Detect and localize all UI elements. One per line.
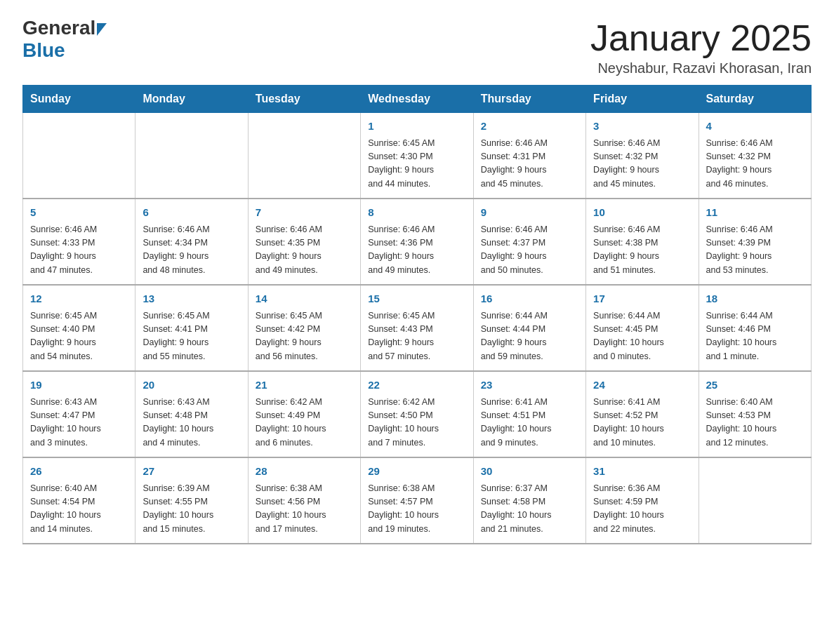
header-day-sunday: Sunday [23,86,135,113]
calendar-cell: 14Sunrise: 6:45 AMSunset: 4:42 PMDayligh… [248,285,360,371]
day-number: 13 [143,291,240,307]
calendar-cell: 21Sunrise: 6:42 AMSunset: 4:49 PMDayligh… [248,371,360,457]
calendar-cell: 7Sunrise: 6:46 AMSunset: 4:35 PMDaylight… [248,199,360,285]
calendar-week-row: 26Sunrise: 6:40 AMSunset: 4:54 PMDayligh… [23,457,812,544]
day-number: 18 [706,291,804,307]
day-number: 17 [593,291,691,307]
day-info: Sunrise: 6:45 AMSunset: 4:40 PMDaylight:… [30,309,128,364]
day-info: Sunrise: 6:39 AMSunset: 4:55 PMDaylight:… [143,482,240,537]
day-number: 2 [481,119,578,135]
day-info: Sunrise: 6:46 AMSunset: 4:34 PMDaylight:… [143,223,240,278]
calendar-cell: 5Sunrise: 6:46 AMSunset: 4:33 PMDaylight… [23,199,135,285]
day-info: Sunrise: 6:46 AMSunset: 4:32 PMDaylight:… [706,137,804,192]
calendar-cell: 23Sunrise: 6:41 AMSunset: 4:51 PMDayligh… [473,371,585,457]
calendar-cell [135,113,248,199]
calendar-cell: 15Sunrise: 6:45 AMSunset: 4:43 PMDayligh… [361,285,473,371]
calendar-week-row: 19Sunrise: 6:43 AMSunset: 4:47 PMDayligh… [23,371,812,457]
day-info: Sunrise: 6:44 AMSunset: 4:45 PMDaylight:… [593,309,691,364]
calendar-cell: 3Sunrise: 6:46 AMSunset: 4:32 PMDaylight… [586,113,699,199]
day-number: 14 [256,291,353,307]
header-day-saturday: Saturday [699,86,811,113]
calendar-week-row: 5Sunrise: 6:46 AMSunset: 4:33 PMDaylight… [23,199,812,285]
calendar-cell: 22Sunrise: 6:42 AMSunset: 4:50 PMDayligh… [361,371,473,457]
day-info: Sunrise: 6:40 AMSunset: 4:54 PMDaylight:… [30,482,128,537]
calendar-cell: 27Sunrise: 6:39 AMSunset: 4:55 PMDayligh… [135,457,248,544]
day-number: 20 [143,377,240,394]
day-number: 7 [256,205,353,221]
day-number: 6 [143,205,240,221]
day-number: 1 [368,119,465,135]
day-number: 29 [368,464,465,480]
calendar-cell [23,113,135,199]
calendar-cell: 8Sunrise: 6:46 AMSunset: 4:36 PMDaylight… [361,199,473,285]
calendar-cell: 13Sunrise: 6:45 AMSunset: 4:41 PMDayligh… [135,285,248,371]
day-number: 31 [593,464,691,480]
calendar-header-row: SundayMondayTuesdayWednesdayThursdayFrid… [23,86,812,113]
day-info: Sunrise: 6:42 AMSunset: 4:50 PMDaylight:… [368,396,465,450]
calendar-subtitle: Neyshabur, Razavi Khorasan, Iran [590,60,812,76]
calendar-cell: 29Sunrise: 6:38 AMSunset: 4:57 PMDayligh… [361,457,473,544]
day-number: 15 [368,291,465,307]
calendar-cell: 28Sunrise: 6:38 AMSunset: 4:56 PMDayligh… [248,457,360,544]
day-info: Sunrise: 6:44 AMSunset: 4:44 PMDaylight:… [481,309,578,364]
calendar-cell: 10Sunrise: 6:46 AMSunset: 4:38 PMDayligh… [586,199,699,285]
day-info: Sunrise: 6:46 AMSunset: 4:38 PMDaylight:… [593,223,691,278]
day-number: 21 [256,377,353,394]
calendar-week-row: 1Sunrise: 6:45 AMSunset: 4:30 PMDaylight… [23,113,812,199]
day-number: 5 [30,205,128,221]
header-day-thursday: Thursday [473,86,585,113]
calendar-cell: 12Sunrise: 6:45 AMSunset: 4:40 PMDayligh… [23,285,135,371]
day-info: Sunrise: 6:36 AMSunset: 4:59 PMDaylight:… [593,482,691,537]
header-day-wednesday: Wednesday [361,86,473,113]
calendar-cell [248,113,360,199]
day-number: 3 [593,119,691,135]
calendar-cell: 1Sunrise: 6:45 AMSunset: 4:30 PMDaylight… [361,113,473,199]
calendar-cell: 30Sunrise: 6:37 AMSunset: 4:58 PMDayligh… [473,457,585,544]
day-number: 27 [143,464,240,480]
day-number: 11 [706,205,804,221]
day-info: Sunrise: 6:37 AMSunset: 4:58 PMDaylight:… [481,482,578,537]
day-info: Sunrise: 6:45 AMSunset: 4:43 PMDaylight:… [368,309,465,364]
day-info: Sunrise: 6:38 AMSunset: 4:57 PMDaylight:… [368,482,465,537]
calendar-cell: 24Sunrise: 6:41 AMSunset: 4:52 PMDayligh… [586,371,699,457]
calendar-cell: 4Sunrise: 6:46 AMSunset: 4:32 PMDaylight… [699,113,811,199]
calendar-cell: 6Sunrise: 6:46 AMSunset: 4:34 PMDaylight… [135,199,248,285]
day-number: 19 [30,377,128,394]
day-info: Sunrise: 6:46 AMSunset: 4:31 PMDaylight:… [481,137,578,192]
day-info: Sunrise: 6:40 AMSunset: 4:53 PMDaylight:… [706,396,804,450]
day-number: 16 [481,291,578,307]
calendar-table: SundayMondayTuesdayWednesdayThursdayFrid… [22,85,812,544]
day-info: Sunrise: 6:44 AMSunset: 4:46 PMDaylight:… [706,309,804,364]
day-number: 28 [256,464,353,480]
calendar-cell: 2Sunrise: 6:46 AMSunset: 4:31 PMDaylight… [473,113,585,199]
day-info: Sunrise: 6:43 AMSunset: 4:47 PMDaylight:… [30,396,128,450]
day-number: 30 [481,464,578,480]
day-info: Sunrise: 6:46 AMSunset: 4:35 PMDaylight:… [256,223,353,278]
day-info: Sunrise: 6:46 AMSunset: 4:39 PMDaylight:… [706,223,804,278]
day-number: 12 [30,291,128,307]
day-info: Sunrise: 6:46 AMSunset: 4:32 PMDaylight:… [593,137,691,192]
logo-blue-text: Blue [22,39,65,62]
calendar-week-row: 12Sunrise: 6:45 AMSunset: 4:40 PMDayligh… [23,285,812,371]
day-number: 22 [368,377,465,394]
header-day-tuesday: Tuesday [248,86,360,113]
logo-arrow-icon [97,23,107,36]
day-info: Sunrise: 6:46 AMSunset: 4:33 PMDaylight:… [30,223,128,278]
calendar-cell: 26Sunrise: 6:40 AMSunset: 4:54 PMDayligh… [23,457,135,544]
day-info: Sunrise: 6:46 AMSunset: 4:36 PMDaylight:… [368,223,465,278]
calendar-cell: 11Sunrise: 6:46 AMSunset: 4:39 PMDayligh… [699,199,811,285]
day-info: Sunrise: 6:45 AMSunset: 4:41 PMDaylight:… [143,309,240,364]
day-number: 9 [481,205,578,221]
day-number: 26 [30,464,128,480]
day-number: 23 [481,377,578,394]
day-info: Sunrise: 6:41 AMSunset: 4:51 PMDaylight:… [481,396,578,450]
calendar-cell: 25Sunrise: 6:40 AMSunset: 4:53 PMDayligh… [699,371,811,457]
day-number: 25 [706,377,804,394]
calendar-cell: 19Sunrise: 6:43 AMSunset: 4:47 PMDayligh… [23,371,135,457]
day-info: Sunrise: 6:42 AMSunset: 4:49 PMDaylight:… [256,396,353,450]
day-info: Sunrise: 6:46 AMSunset: 4:37 PMDaylight:… [481,223,578,278]
calendar-cell [699,457,811,544]
calendar-cell: 31Sunrise: 6:36 AMSunset: 4:59 PMDayligh… [586,457,699,544]
page-header: General Blue January 2025 Neyshabur, Raz… [22,17,812,76]
title-block: January 2025 Neyshabur, Razavi Khorasan,… [590,17,812,76]
